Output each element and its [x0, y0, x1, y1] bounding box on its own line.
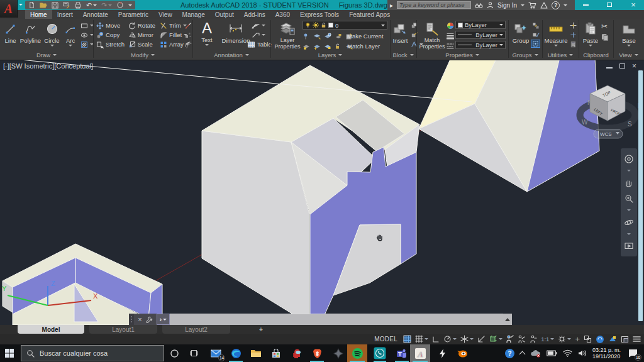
orbit-tool-icon[interactable] — [624, 217, 634, 228]
command-input-bar[interactable] — [170, 314, 503, 325]
leader-tool[interactable] — [252, 21, 265, 30]
ellipse-tool[interactable] — [80, 31, 94, 39]
drawing-minimize-button[interactable] — [606, 67, 613, 69]
annotation-autoscale-toggle[interactable] — [518, 335, 526, 343]
layer-properties-button[interactable]: Layer Properties — [273, 21, 302, 50]
command-close-icon[interactable]: × — [138, 315, 142, 323]
qat-customize-caret[interactable] — [128, 4, 132, 6]
group-button[interactable]: Group — [511, 21, 531, 44]
group-edit-tool[interactable] — [532, 31, 540, 39]
arc-flyout-caret[interactable] — [69, 45, 72, 47]
vertical-scrollbar[interactable] — [638, 70, 643, 321]
circle-tool[interactable]: Circle — [42, 21, 62, 47]
tab-layout2[interactable]: Layout2 — [162, 325, 230, 334]
polyline-tool[interactable]: Polyline — [19, 21, 42, 44]
paste-flyout-caret[interactable] — [589, 45, 592, 47]
save-as-icon[interactable] — [63, 2, 70, 9]
brave-browser-icon[interactable] — [308, 344, 326, 362]
layer-lock-icon[interactable] — [335, 33, 342, 40]
app-store-cart-icon[interactable] — [528, 1, 536, 9]
wifi-icon[interactable] — [563, 349, 572, 357]
layer-thaw-sun-icon[interactable] — [313, 22, 319, 28]
annotation-panel-label[interactable]: Annotation — [192, 51, 270, 59]
annotation-scale-icon[interactable] — [530, 335, 537, 343]
viewport-controls-label[interactable]: [-][SW Isometric][Conceptual] — [3, 62, 93, 70]
properties-panel-label[interactable]: Properties — [416, 51, 508, 59]
layer-unlock-all-icon[interactable] — [324, 43, 331, 50]
speaker-icon[interactable] — [578, 349, 587, 357]
object-snap-tracking-toggle[interactable] — [477, 335, 486, 343]
fillet-tool[interactable]: Fillet — [160, 31, 187, 39]
sign-in-caret[interactable] — [521, 4, 525, 6]
blender-icon[interactable] — [453, 344, 472, 362]
compass-west[interactable]: W — [582, 119, 588, 126]
clipboard-panel-label[interactable]: Clipboard — [579, 51, 613, 59]
tab-a360[interactable]: A360 — [270, 10, 295, 19]
compass-south[interactable]: S — [628, 121, 632, 128]
help-button[interactable]: ? — [552, 1, 560, 9]
hatch-tool[interactable] — [80, 40, 94, 48]
file-explorer-icon[interactable] — [247, 344, 265, 362]
redo-caret[interactable] — [108, 4, 112, 6]
grid-toggle[interactable] — [403, 335, 411, 343]
object-snap-3d-toggle[interactable] — [489, 335, 502, 343]
object-color-dropdown[interactable]: ByLayer — [455, 21, 506, 29]
drawing-restore-button[interactable] — [619, 63, 625, 69]
explode-tool[interactable] — [184, 31, 192, 39]
base-view-button[interactable]: Base — [618, 21, 640, 47]
close-button[interactable]: × — [626, 1, 640, 9]
maximize-button[interactable] — [602, 1, 616, 9]
clean-screen-button[interactable] — [608, 335, 617, 343]
action-center-button[interactable]: 16 — [626, 347, 639, 359]
isolate-objects-button[interactable] — [584, 335, 592, 343]
open-icon[interactable] — [40, 1, 47, 9]
tab-layout1[interactable]: Layout1 — [89, 325, 157, 334]
measure-flyout-caret[interactable] — [554, 45, 558, 47]
battery-icon[interactable] — [547, 350, 557, 356]
snap-toggle[interactable] — [415, 335, 428, 343]
tab-model[interactable]: Model — [18, 325, 84, 334]
scale-tool[interactable]: Scale — [128, 40, 153, 48]
tab-manage[interactable]: Manage — [177, 10, 210, 19]
command-settings-wrench-icon[interactable] — [146, 316, 153, 323]
solid-central[interactable] — [202, 65, 419, 325]
block-panel-label[interactable]: Block — [390, 51, 416, 59]
annotation-visibility-toggle[interactable] — [506, 335, 514, 343]
windows-search-input[interactable] — [40, 349, 153, 357]
layer-on-bulb-icon[interactable] — [305, 22, 311, 28]
layer-isolate-icon[interactable] — [313, 33, 321, 40]
status-menu-icon[interactable] — [633, 336, 641, 343]
tab-addins[interactable]: Add-ins — [239, 10, 270, 19]
layers-panel-label[interactable]: Layers — [270, 51, 390, 59]
utilities-panel-label[interactable]: Utilities — [542, 51, 579, 59]
onedrive-error-icon[interactable] — [530, 349, 541, 358]
trim-tool[interactable]: Trim — [160, 21, 187, 30]
lineweight-dropdown[interactable]: ByLayer — [455, 31, 506, 39]
among-us-icon[interactable] — [287, 344, 306, 362]
circle-flyout-caret[interactable] — [50, 45, 54, 47]
multileader-tool[interactable] — [252, 31, 265, 39]
workspace-switching-gear[interactable] — [558, 335, 571, 343]
polar-tracking-toggle[interactable] — [443, 335, 457, 343]
view-panel-label[interactable]: View — [613, 51, 644, 59]
text-tool[interactable]: A Text — [195, 20, 219, 46]
tab-parametric[interactable]: Parametric — [113, 10, 153, 19]
point-style-tool[interactable] — [570, 31, 577, 39]
pan-tool-icon[interactable] — [624, 177, 634, 187]
help-search-input[interactable] — [397, 1, 471, 9]
tab-annotate[interactable]: Annotate — [78, 10, 113, 19]
mail-app-icon[interactable]: 14 — [206, 344, 225, 362]
plot-icon[interactable] — [74, 2, 82, 9]
taskbar-clock[interactable]: 03:21 p. m. 19/11/2020 — [592, 347, 621, 359]
microsoft-store-icon[interactable] — [267, 344, 286, 362]
draw-panel-label[interactable]: Draw — [0, 51, 93, 59]
quick-calc-tool[interactable] — [570, 40, 577, 48]
layer-freeze-icon[interactable] — [324, 33, 331, 40]
tab-view[interactable]: View — [153, 10, 177, 19]
epic-games-icon[interactable] — [329, 344, 348, 362]
groups-panel-label[interactable]: Groups — [508, 51, 542, 59]
layer-thaw-all-icon[interactable] — [313, 43, 321, 50]
rectangle-tool[interactable] — [80, 21, 94, 30]
start-button[interactable] — [0, 344, 19, 362]
id-point-tool[interactable] — [570, 21, 577, 30]
